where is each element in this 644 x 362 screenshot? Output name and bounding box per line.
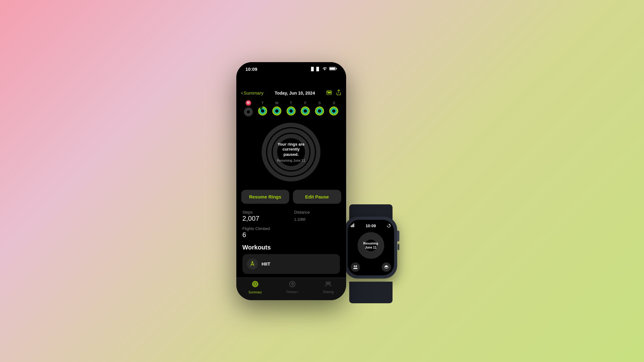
svg-rect-8 — [329, 92, 330, 93]
flights-value: 6 — [243, 231, 340, 239]
flights-section: Flights Climbed 6 — [236, 225, 346, 241]
ring-area: Your rings are currently paused. Resumin… — [236, 118, 346, 186]
resume-rings-button[interactable]: Resume Rings — [241, 190, 290, 204]
day-label-sat: S — [319, 101, 321, 105]
scene: 10:09 ▐▌▐▌ — [236, 62, 408, 300]
watch-chart-icon — [351, 224, 355, 228]
watch-ring-line1: Resuming — [363, 241, 378, 245]
day-friday[interactable]: F — [300, 101, 310, 116]
tab-fitness-plus[interactable]: Fitness+ — [286, 280, 298, 294]
day-label-wed: W — [275, 101, 278, 105]
status-icons: ▐▌▐▌ — [310, 66, 337, 72]
day-label-thu: T — [290, 101, 292, 105]
svg-rect-59 — [351, 225, 352, 227]
distance-label: Distance — [294, 210, 340, 215]
svg-point-55 — [254, 283, 256, 285]
stats-section: Steps 2,007 Distance 1.10MI — [236, 207, 346, 225]
ring-mini-sat — [315, 106, 324, 116]
watch-layers-icon[interactable] — [382, 262, 391, 272]
steps-value: 2,007 — [243, 215, 288, 223]
distance-value: 1.10MI — [294, 215, 340, 223]
watch-ring-text: Resuming June 11 — [363, 241, 378, 249]
watch-screen: 10:09 Resu — [348, 220, 394, 275]
tab-summary-icon — [251, 280, 259, 290]
day-label-tue: T — [261, 101, 264, 105]
signal-icon: ▐▌▐▌ — [310, 67, 320, 71]
app-content: ‹ Summary Today, Jun 10, 2024 — [236, 72, 346, 300]
watch-status-bar: 10:09 — [351, 224, 391, 228]
svg-rect-61 — [353, 224, 354, 227]
wifi-icon — [322, 66, 327, 72]
share-icon[interactable] — [336, 90, 341, 96]
nav-icons — [326, 90, 341, 96]
back-button[interactable]: ‹ Summary — [241, 90, 264, 96]
ring-text: Your rings are currently paused. Resumin… — [276, 142, 307, 162]
svg-point-48 — [332, 109, 336, 113]
nav-title: Today, Jun 10, 2024 — [266, 91, 324, 96]
watch-time: 10:09 — [366, 224, 376, 228]
watch-activity-icon — [387, 224, 391, 228]
ring-mini-sun — [329, 106, 339, 116]
steps-label: Steps — [243, 210, 288, 215]
ring-message-main: Your rings are currently paused. — [276, 142, 307, 157]
tab-bar: Summary Fitness+ — [236, 278, 346, 300]
tab-fitness-plus-label: Fitness+ — [286, 290, 298, 294]
svg-point-30 — [289, 109, 293, 113]
watch-side-button[interactable] — [397, 244, 399, 250]
back-label[interactable]: Summary — [244, 90, 264, 96]
svg-point-12 — [246, 110, 251, 114]
week-row: M T — [236, 99, 346, 118]
workout-icon-hiit — [247, 258, 258, 270]
workouts-section: Workouts HIIT — [236, 241, 346, 276]
svg-point-57 — [326, 282, 328, 284]
tab-sharing[interactable]: Sharing — [323, 280, 333, 294]
ring-mini-tue — [258, 106, 268, 116]
ring-mini-fri — [300, 106, 310, 116]
tab-fitness-plus-icon — [289, 280, 296, 289]
iphone: 10:09 ▐▌▐▌ — [236, 62, 346, 300]
svg-point-65 — [354, 265, 355, 267]
tab-summary-label: Summary — [248, 291, 262, 294]
dynamic-island — [273, 65, 310, 76]
watch-people-icon[interactable] — [351, 262, 360, 272]
svg-point-58 — [328, 282, 330, 284]
calendar-icon[interactable] — [326, 90, 332, 96]
watch-crown[interactable] — [397, 231, 399, 241]
day-saturday[interactable]: S — [315, 101, 324, 116]
edit-pause-button[interactable]: Edit Pause — [293, 190, 341, 204]
status-time: 10:09 — [246, 66, 257, 72]
tab-summary[interactable]: Summary — [248, 280, 262, 294]
watch-body: 10:09 Resu — [345, 217, 397, 279]
ring-mini-wed — [272, 106, 282, 116]
nav-header: ‹ Summary Today, Jun 10, 2024 — [236, 87, 346, 99]
workouts-title: Workouts — [243, 244, 340, 251]
day-thursday[interactable]: T — [286, 101, 296, 116]
day-tuesday[interactable]: T — [258, 101, 268, 116]
workout-name-hiit: HIIT — [262, 261, 270, 266]
watch-ring-area: Resuming June 11 — [357, 232, 385, 259]
chevron-left-icon: ‹ — [241, 90, 243, 96]
steps-stat: Steps 2,007 — [243, 210, 288, 223]
svg-rect-7 — [328, 92, 328, 93]
svg-point-18 — [260, 109, 265, 113]
day-monday[interactable]: M — [243, 100, 253, 117]
watch-band-bottom — [349, 282, 393, 303]
svg-rect-9 — [330, 92, 331, 93]
action-buttons: Resume Rings Edit Pause — [236, 186, 346, 207]
day-wednesday[interactable]: W — [272, 101, 282, 116]
iphone-screen: 10:09 ▐▌▐▌ — [236, 62, 346, 300]
svg-point-24 — [275, 109, 279, 113]
day-sunday[interactable]: S — [329, 101, 339, 116]
svg-rect-60 — [352, 224, 353, 227]
day-label-sun: S — [333, 101, 335, 105]
svg-point-66 — [355, 265, 357, 267]
distance-stat: Distance 1.10MI — [294, 210, 340, 223]
svg-rect-1 — [336, 68, 337, 69]
svg-point-52 — [251, 261, 253, 263]
big-ring: Your rings are currently paused. Resumin… — [260, 121, 322, 183]
svg-point-36 — [303, 109, 307, 113]
flights-label: Flights Climbed — [243, 226, 340, 231]
workout-card-hiit[interactable]: HIIT — [243, 254, 340, 274]
svg-point-42 — [317, 109, 322, 113]
day-label-fri: F — [304, 101, 307, 105]
